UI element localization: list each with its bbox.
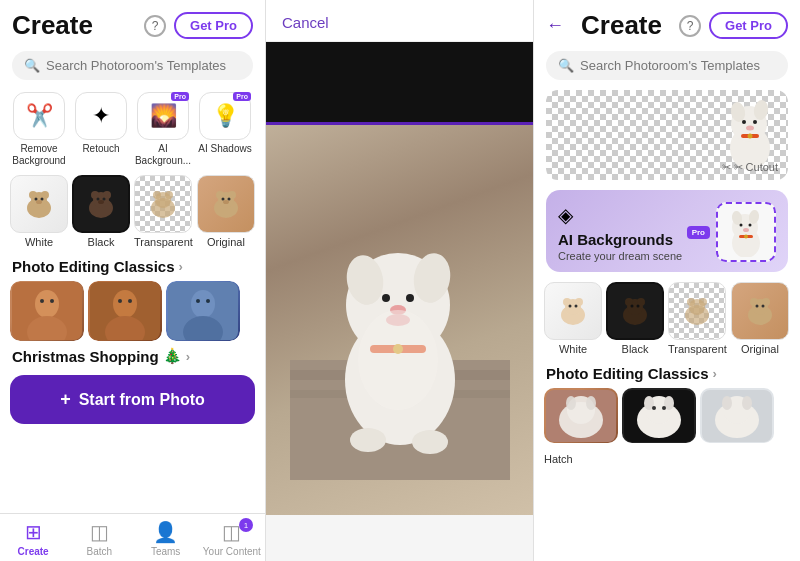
bear-white-item[interactable]: White (10, 175, 68, 248)
bear-transparent-svg (145, 186, 181, 222)
ai-shadows-pro-badge: Pro (233, 92, 251, 101)
bottom-nav-left: ⊞ Create ◫ Batch 👤 Teams 1 ◫ Your Conten… (0, 513, 265, 561)
photo-editing-header-right[interactable]: Photo Editing Classics › (534, 359, 800, 386)
svg-point-54 (412, 430, 448, 454)
svg-point-107 (662, 406, 666, 410)
svg-point-71 (743, 228, 749, 232)
bear-black-svg (83, 186, 119, 222)
photo-editing-header-left[interactable]: Photo Editing Classics › (0, 252, 265, 279)
search-input-left[interactable] (46, 58, 241, 73)
teams-nav-label: Teams (151, 546, 180, 557)
nav-teams[interactable]: 👤 Teams (133, 520, 199, 557)
bear-white-box (10, 175, 68, 233)
christmas-chevron-left: › (186, 349, 190, 364)
svg-point-36 (191, 290, 215, 318)
create-nav-icon: ⊞ (25, 520, 42, 544)
cutout-text: ✂ Cutout (734, 161, 778, 174)
create-nav-label: Create (18, 546, 49, 557)
r-bear-white-label: White (559, 343, 587, 355)
bear-original-item[interactable]: Original (197, 175, 255, 248)
photo-color-item[interactable]: Color splash (88, 281, 162, 341)
retouch-icon-box: ✦ (75, 92, 127, 140)
r-bear-transparent-item[interactable]: Transparent (668, 282, 727, 355)
retouch-icon: ✦ (92, 103, 110, 129)
ai-bg-thumb-svg (724, 207, 768, 257)
search-bar-right[interactable]: 🔍 (546, 51, 788, 80)
tool-retouch[interactable]: ✦ Retouch (72, 92, 130, 155)
ai-backgrounds-card[interactable]: ◈ AI Backgrounds Create your dream scene… (546, 190, 788, 272)
photo-editing-title-right: Photo Editing Classics (546, 365, 709, 382)
help-icon-right[interactable]: ? (679, 15, 701, 37)
start-from-photo-button[interactable]: + Start from Photo (10, 375, 255, 424)
r-bear-transparent-label: Transparent (668, 343, 727, 355)
svg-point-5 (41, 198, 44, 201)
svg-point-70 (749, 224, 752, 227)
svg-point-106 (652, 406, 656, 410)
bear-variants-row-left: White Black (0, 173, 265, 252)
ai-bg-icon: 🌄 (150, 103, 177, 129)
r-bear-original-item[interactable]: Original (731, 282, 789, 355)
ai-bg-card-icon: ◈ (558, 203, 682, 227)
ai-bg-card-left: ◈ AI Backgrounds Create your dream scene (558, 203, 682, 262)
r-bear-original-svg (742, 293, 778, 329)
r-photo-blur-item[interactable] (544, 388, 618, 443)
svg-point-33 (118, 299, 122, 303)
photo-motion-item[interactable]: Motion (166, 281, 240, 341)
help-icon-left[interactable]: ? (144, 15, 166, 37)
batch-nav-icon: ◫ (90, 520, 109, 544)
tool-ai-backgrounds[interactable]: Pro 🌄 AIBackgroun... (134, 92, 192, 167)
r-bear-black-box (606, 282, 664, 340)
right-panel: ← Create ? Get Pro 🔍 ✂ ✂ Cutout (534, 0, 800, 561)
tools-row-left: ✂️ RemoveBackground ✦ Retouch Pro 🌄 AIBa… (0, 86, 265, 173)
photo-blur-item[interactable]: Blur (10, 281, 84, 341)
svg-point-53 (350, 428, 386, 452)
svg-point-78 (569, 305, 572, 308)
svg-point-22 (221, 198, 224, 201)
ai-bg-pro-badge: Pro (171, 92, 189, 101)
nav-your-content[interactable]: 1 ◫ Your Content (199, 520, 265, 557)
r-photo-color-item[interactable] (622, 388, 696, 443)
nav-batch[interactable]: ◫ Batch (66, 520, 132, 557)
svg-point-100 (586, 396, 596, 410)
svg-point-61 (753, 120, 757, 124)
r-bear-original-label: Original (741, 343, 779, 355)
r-bear-black-label: Black (622, 343, 649, 355)
bear-white-label: White (25, 236, 53, 248)
svg-point-62 (746, 126, 754, 131)
photo-editing-row-left: Blur Color splash (0, 279, 265, 343)
center-header: Cancel (266, 0, 533, 42)
svg-point-112 (742, 396, 752, 410)
bear-black-item[interactable]: Black (72, 175, 130, 248)
bear-original-svg (208, 186, 244, 222)
svg-point-99 (566, 396, 576, 410)
cancel-button[interactable]: Cancel (282, 14, 329, 31)
r-bear-white-item[interactable]: White (544, 282, 602, 355)
nav-create[interactable]: ⊞ Create (0, 520, 66, 557)
get-pro-button-left[interactable]: Get Pro (174, 12, 253, 39)
bear-transparent-item[interactable]: Transparent (134, 175, 193, 248)
tool-ai-shadows[interactable]: Pro 💡 AI Shadows (196, 92, 254, 155)
get-pro-button-right[interactable]: Get Pro (709, 12, 788, 39)
christmas-emoji-left: 🎄 (163, 347, 182, 365)
svg-point-95 (761, 305, 764, 308)
cutout-area: ✂ ✂ Cutout (546, 90, 788, 180)
cutout-puppy-svg (720, 96, 780, 171)
svg-point-26 (35, 290, 59, 318)
svg-point-23 (227, 198, 230, 201)
r-motion-svg (702, 390, 772, 442)
black-top-area (266, 42, 533, 122)
r-photo-motion-item[interactable] (700, 388, 774, 443)
left-panel: Create ? Get Pro 🔍 ✂️ RemoveBackground ✦… (0, 0, 266, 561)
search-icon-right: 🔍 (558, 58, 574, 73)
svg-point-11 (97, 198, 100, 201)
ai-bg-thumb (716, 202, 776, 262)
search-input-right[interactable] (580, 58, 776, 73)
search-bar-left[interactable]: 🔍 (12, 51, 253, 80)
svg-point-6 (36, 200, 42, 204)
scissors-icon: ✂ (722, 161, 731, 174)
back-button[interactable]: ← (546, 15, 564, 36)
christmas-section-left[interactable]: Christmas Shopping 🎄 › (0, 343, 265, 369)
tool-remove-bg[interactable]: ✂️ RemoveBackground (10, 92, 68, 167)
r-bear-black-item[interactable]: Black (606, 282, 664, 355)
svg-point-85 (637, 305, 640, 308)
